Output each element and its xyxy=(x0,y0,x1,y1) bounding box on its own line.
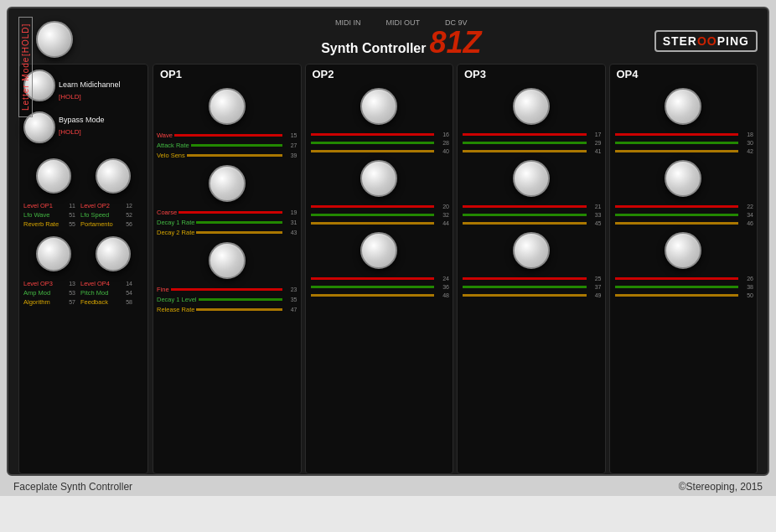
op3-knob[interactable] xyxy=(513,88,550,125)
ops-container: OP1Wave15Attack Rate27Velo Sens39Coarse1… xyxy=(153,64,758,474)
model-number: 81Z xyxy=(429,28,481,58)
level-op4-knob[interactable] xyxy=(96,236,131,271)
all-notes-off-button[interactable] xyxy=(36,21,73,58)
op-ctrl-row: 45 xyxy=(461,220,602,226)
op-ctrl-row: 25 xyxy=(461,276,602,281)
top-buttons-col xyxy=(36,17,73,63)
op-header-op1: OP1 xyxy=(157,68,297,80)
caption: Faceplate Synth Controller ©Stereoping, … xyxy=(7,476,769,496)
op-ctrl-row: 28 xyxy=(309,140,450,146)
op-ctrl-row: Attack Rate27 xyxy=(157,142,297,149)
outer-container: Letter Mode [HOLD] All Notes Off [PRESS]… xyxy=(0,0,776,496)
op-ctrl-row: 36 xyxy=(309,284,450,290)
learn-midi-label: Learn Midichannel [HOLD] xyxy=(59,79,121,101)
op-ctrl-row: 46 xyxy=(613,220,754,226)
global-ctrl-row: Amp Mod53Pitch Mod54 xyxy=(23,289,143,297)
brand-logo: STEROOPING xyxy=(654,30,758,52)
op-panel-op1: OP1Wave15Attack Rate27Velo Sens39Coarse1… xyxy=(153,64,302,474)
op-ctrl-row: 26 xyxy=(613,276,754,281)
op-header-op3: OP3 xyxy=(461,68,602,80)
op4-knob[interactable] xyxy=(665,232,701,269)
bypass-mode-label: Bypass Mode [HOLD] xyxy=(59,114,121,137)
level-op3-knob[interactable] xyxy=(36,236,71,271)
op-ctrl-row: Wave15 xyxy=(157,132,297,139)
op-ctrl-row: 38 xyxy=(613,284,754,290)
op4-knob[interactable] xyxy=(665,160,701,197)
op-ctrl-row: 32 xyxy=(309,212,450,218)
op-header-op2: OP2 xyxy=(309,68,450,80)
op3-knob[interactable] xyxy=(513,232,550,269)
op-ctrl-row: 50 xyxy=(613,292,754,298)
caption-right: ©Stereoping, 2015 xyxy=(679,481,763,493)
op-ctrl-row: 30 xyxy=(613,140,754,146)
global-ctrl-row: Level OP313Level OP414 xyxy=(23,280,143,287)
global-ctrl-row: Algorithm57Feedback58 xyxy=(23,298,143,306)
op-header-op4: OP4 xyxy=(613,68,754,80)
op-ctrl-row: Release Rate47 xyxy=(157,306,297,313)
op4-knob[interactable] xyxy=(665,88,701,125)
op1-knob[interactable] xyxy=(209,88,246,125)
op-ctrl-row: 22 xyxy=(613,204,754,209)
op-ctrl-row: 29 xyxy=(461,140,602,146)
op3-knob[interactable] xyxy=(513,160,550,197)
level-op1-knob[interactable] xyxy=(36,158,71,194)
op2-knob[interactable] xyxy=(360,160,397,197)
op-ctrl-row: Velo Sens39 xyxy=(157,152,297,159)
op-ctrl-row: Fine23 xyxy=(157,286,297,293)
op-ctrl-row: 48 xyxy=(309,292,450,298)
op-ctrl-row: 37 xyxy=(461,284,602,290)
op-ctrl-row: 24 xyxy=(309,276,450,281)
letter-mode-label: Letter Mode [HOLD] xyxy=(18,17,33,117)
op-ctrl-row: 41 xyxy=(461,148,602,154)
midi-out-label: MIDI OUT xyxy=(386,18,421,27)
op1-knob[interactable] xyxy=(209,242,246,279)
op-panel-op4: OP4183042223446263850 xyxy=(609,64,758,474)
op-ctrl-row: Decay 2 Rate43 xyxy=(157,229,297,236)
global-ctrl-row: Lfo Wave51Lfo Speed52 xyxy=(23,211,143,219)
op-ctrl-row: Coarse19 xyxy=(157,209,297,216)
op-ctrl-row: 18 xyxy=(613,132,754,137)
op-ctrl-row: 42 xyxy=(613,148,754,154)
global-panel: Learn Midichannel [HOLD] Bypass Mode [HO… xyxy=(18,64,148,474)
op-ctrl-row: 34 xyxy=(613,212,754,218)
caption-left: Faceplate Synth Controller xyxy=(13,481,132,493)
op2-knob[interactable] xyxy=(360,232,397,269)
faceplate: Letter Mode [HOLD] All Notes Off [PRESS]… xyxy=(7,7,769,476)
op-ctrl-row: 20 xyxy=(309,204,450,209)
op-ctrl-row: 40 xyxy=(309,148,450,154)
op-ctrl-row: 17 xyxy=(461,132,602,137)
synth-title: Synth Controller xyxy=(321,41,426,56)
global-ctrl-row: Reverb Rate55Portamento56 xyxy=(23,220,143,228)
op-ctrl-row: Decay 1 Rate31 xyxy=(157,219,297,226)
op-ctrl-row: 33 xyxy=(461,212,602,218)
op-panel-op3: OP3172941213345253749 xyxy=(457,64,606,474)
op2-knob[interactable] xyxy=(360,88,397,125)
op-ctrl-row: 44 xyxy=(309,220,450,226)
op-ctrl-row: 49 xyxy=(461,292,602,298)
op-ctrl-row: Decay 1 Level35 xyxy=(157,296,297,303)
op1-knob[interactable] xyxy=(209,165,246,202)
op-ctrl-row: 21 xyxy=(461,204,602,209)
midi-in-label: MIDI IN xyxy=(335,18,361,27)
op-ctrl-row: 16 xyxy=(309,132,450,137)
level-op2-knob[interactable] xyxy=(96,158,131,194)
op-panel-op2: OP2162840203244243648 xyxy=(305,64,454,474)
global-ctrl-row: Level OP111Level OP212 xyxy=(23,202,143,209)
